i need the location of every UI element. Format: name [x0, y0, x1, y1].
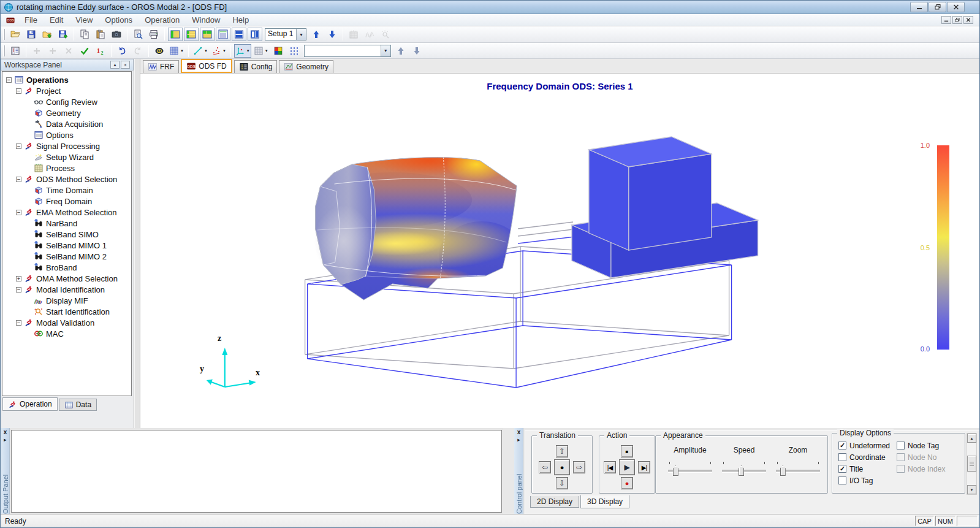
tab-ods-fd[interactable]: ODSODS FD [181, 59, 232, 73]
translate-center-button[interactable]: ● [554, 459, 570, 475]
axes-display-button[interactable]: ▼ [234, 44, 251, 58]
save-project-button[interactable] [56, 28, 70, 41]
expander-collapse-icon[interactable]: − [16, 320, 21, 326]
chevron-down-icon[interactable]: ▼ [246, 49, 250, 53]
menu-view[interactable]: View [69, 14, 99, 26]
tree-item-geometry[interactable]: Geometry [2, 107, 131, 118]
menu-file[interactable]: File [18, 14, 44, 26]
toolbar-grip[interactable] [3, 29, 5, 40]
expander-collapse-icon[interactable]: − [16, 143, 21, 149]
view-grid-button[interactable]: ▼ [168, 44, 185, 58]
split-horizontal-button[interactable] [232, 28, 246, 41]
menu-window[interactable]: Window [186, 14, 226, 26]
tree-item-options[interactable]: Options [2, 129, 131, 140]
tree-item-project[interactable]: −Project [2, 85, 131, 96]
chevron-down-icon[interactable]: ▼ [381, 45, 390, 56]
expander-collapse-icon[interactable]: − [6, 77, 12, 83]
title-bar[interactable]: rotating machine Eddy surface - OROS Mod… [1, 1, 979, 14]
toolbar-grip[interactable] [3, 45, 5, 56]
translate-right-button[interactable]: ⇨ [573, 461, 585, 473]
expander-collapse-icon[interactable]: − [16, 88, 21, 94]
translate-left-button[interactable]: ⇦ [539, 461, 551, 473]
tree-item-signal-processing[interactable]: −Signal Processing [2, 140, 131, 151]
checkbox-undeformed[interactable]: ✓ [838, 442, 846, 450]
tree-item-ema-method-selection[interactable]: −EMA Method Selection [2, 207, 131, 218]
tree-item-freq-domain[interactable]: Freq Domain [2, 196, 131, 207]
animation-stop-button[interactable]: ■ [621, 445, 633, 457]
option-undeformed[interactable]: ✓Undeformed [838, 440, 890, 451]
checkbox-title[interactable]: ✓ [838, 465, 846, 473]
snapshot-button[interactable] [109, 28, 124, 41]
expander-collapse-icon[interactable]: − [16, 210, 21, 215]
slider-amplitude-track[interactable] [663, 461, 717, 476]
slider-amplitude-thumb[interactable] [673, 465, 678, 476]
slider-zoom-thumb[interactable] [780, 465, 786, 476]
output-panel-close-icon[interactable]: x [1, 429, 10, 435]
print-button[interactable] [146, 28, 161, 41]
tree-item-start-identification[interactable]: Start Identification [2, 306, 131, 317]
expander-expand-icon[interactable]: + [16, 276, 21, 281]
properties-panel-button[interactable] [8, 44, 23, 58]
layout-3-button[interactable] [200, 28, 215, 41]
draw-line-button[interactable]: ▼ [192, 44, 209, 58]
chevron-down-icon[interactable]: ▼ [180, 49, 184, 53]
menu-help[interactable]: Help [226, 14, 255, 26]
scroll-down-icon[interactable]: ▼ [967, 485, 976, 494]
draw-points-button[interactable]: ▼ [210, 44, 227, 58]
layout-2-button[interactable] [184, 28, 199, 41]
open-button[interactable] [8, 28, 23, 41]
panel-pin-icon[interactable]: ▴ [110, 61, 120, 69]
chevron-down-icon[interactable]: ▼ [222, 49, 226, 53]
tree-item-selband-mimo-2[interactable]: SelBand MIMO 2 [2, 251, 131, 262]
slider-zoom-track[interactable] [771, 461, 825, 476]
slider-speed-thumb[interactable] [739, 465, 744, 476]
mdi-close-button[interactable] [963, 16, 973, 24]
panel-splitter[interactable] [134, 59, 140, 428]
workspace-tab-data[interactable]: Data [59, 399, 97, 411]
control-panel-close-icon[interactable]: x [514, 429, 523, 435]
paste-button[interactable] [93, 28, 108, 41]
tree-item-selband-simo[interactable]: SelBand SIMO [2, 229, 131, 240]
setup-down-button[interactable] [325, 28, 340, 41]
layout-1-button[interactable] [168, 28, 183, 41]
tab-frf[interactable]: FRF [143, 60, 179, 73]
view-target-button[interactable] [152, 44, 167, 58]
scrollbar-thumb[interactable] [967, 456, 976, 472]
mdi-restore-button[interactable] [952, 16, 962, 24]
tree-item-process[interactable]: Process [2, 163, 131, 174]
tree-item-time-domain[interactable]: Time Domain [2, 185, 131, 196]
animation-first-button[interactable]: |◀ [604, 461, 616, 473]
checkbox-node-tag[interactable] [897, 442, 905, 450]
tree-item-selband-mimo-1[interactable]: SelBand MIMO 1 [2, 240, 131, 251]
print-preview-button[interactable] [131, 28, 145, 41]
animation-play-button[interactable]: ▶ [619, 459, 635, 475]
ods-3d-scene[interactable] [140, 74, 979, 428]
setup-selector[interactable]: Setup 1▼ [265, 28, 306, 40]
color-map-button[interactable] [271, 44, 286, 58]
open-project-button[interactable] [40, 28, 55, 41]
tree-item-modal-identification[interactable]: −Modal Identification [2, 284, 131, 295]
animation-record-button[interactable]: ● [621, 477, 633, 489]
chevron-down-icon[interactable]: ▼ [204, 49, 208, 53]
tab-config[interactable]: Config [234, 60, 278, 73]
minimize-button[interactable] [910, 2, 928, 12]
tree-item-mac[interactable]: MAC [2, 328, 131, 339]
copy-button[interactable] [77, 28, 92, 41]
close-button[interactable] [947, 2, 965, 12]
checkbox-coordinate[interactable] [838, 453, 846, 461]
option-i-o-tag[interactable]: I/O Tag [838, 475, 890, 486]
slider-speed-track[interactable] [717, 461, 771, 476]
mdi-minimize-button[interactable] [941, 16, 951, 24]
validate-button[interactable] [77, 44, 92, 58]
restore-button[interactable] [929, 2, 946, 12]
nav-up-button[interactable] [393, 44, 408, 58]
tab-2d-display[interactable]: 2D Display [530, 496, 579, 508]
grid-display-button[interactable]: ▼ [253, 44, 270, 58]
control-panel-scrollbar[interactable]: ▲ ▼ [967, 433, 977, 495]
output-panel-content[interactable] [11, 430, 502, 513]
tree-item-display-mif[interactable]: Display MIF [2, 295, 131, 306]
tree-item-config-review[interactable]: Config Review [2, 96, 131, 107]
tree-item-data-acquisition[interactable]: Data Acquisition [2, 118, 131, 129]
expander-collapse-icon[interactable]: − [16, 177, 21, 182]
scroll-up-icon[interactable]: ▲ [967, 434, 976, 443]
